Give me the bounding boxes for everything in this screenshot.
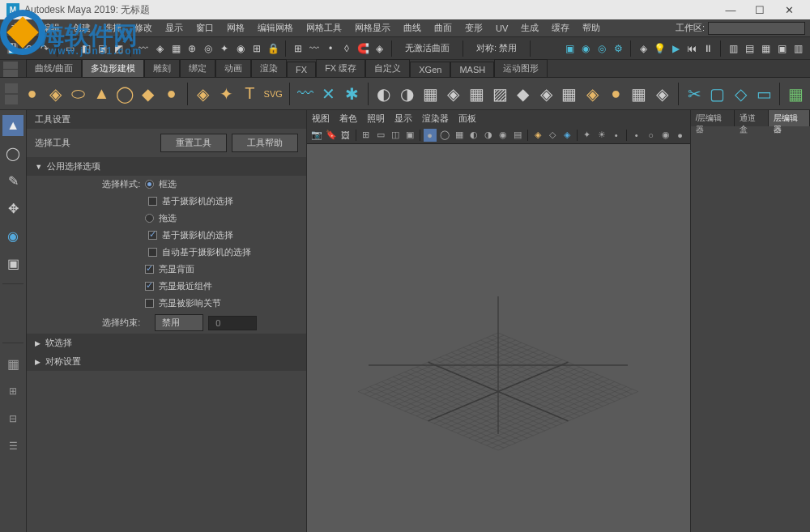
poly-torus-icon[interactable]: ◯	[116, 83, 134, 105]
rewind-icon[interactable]: ⏮	[684, 41, 699, 56]
vp-wire-icon[interactable]: ◯	[438, 129, 451, 142]
tab-rigging[interactable]: 绑定	[180, 59, 215, 77]
mask-lock-icon[interactable]: 🔒	[266, 41, 280, 56]
menu-cache[interactable]: 缓存	[545, 22, 576, 34]
vp-shaded-icon[interactable]: ●	[424, 129, 437, 142]
panel-toggle5-icon[interactable]: ▥	[791, 41, 805, 56]
poly-cylinder-icon[interactable]: ⬭	[70, 83, 88, 105]
undo-icon[interactable]: ↶	[21, 41, 36, 56]
layout-out-icon[interactable]: ⊟	[2, 408, 23, 429]
render-view-icon[interactable]: ▣	[562, 41, 577, 56]
auto-cam-check[interactable]	[148, 248, 157, 257]
vp-grid-icon[interactable]: ⊞	[360, 129, 373, 142]
menu-uv[interactable]: UV	[489, 23, 514, 33]
tab-fx-caching[interactable]: FX 缓存	[316, 59, 365, 77]
boolean-icon[interactable]: ◈	[444, 83, 463, 105]
fill-hole-icon[interactable]: ●	[607, 83, 625, 105]
shelf-edit-icon[interactable]	[5, 83, 18, 93]
collapse-icon[interactable]: ◈	[653, 83, 671, 105]
panel-toggle4-icon[interactable]: ▣	[774, 41, 789, 56]
tab-fx[interactable]: FX	[287, 62, 316, 77]
vp-menu-renderer[interactable]: 渲染器	[422, 113, 449, 125]
menu-edit[interactable]: 编辑	[36, 22, 66, 34]
reduce-icon[interactable]: ▦	[467, 83, 486, 105]
vp-light-icon[interactable]: ◐	[467, 129, 480, 142]
menu-select[interactable]: 选择	[97, 22, 128, 34]
vp-menu-view[interactable]: 视图	[312, 113, 330, 125]
svg-icon[interactable]: SVG	[264, 83, 283, 105]
menu-mesh[interactable]: 网格	[220, 22, 251, 34]
shelf-menu2-icon[interactable]	[3, 70, 18, 77]
platonic-icon[interactable]: ◈	[194, 83, 213, 105]
tab-curves-surfaces[interactable]: 曲线/曲面	[26, 59, 82, 77]
menu-display[interactable]: 显示	[159, 22, 190, 34]
workspace-selector[interactable]	[708, 22, 805, 35]
select-mode3-icon[interactable]: ▣	[95, 41, 109, 56]
vp-image-icon[interactable]: 🖼	[339, 129, 352, 142]
vp-ao-icon[interactable]: ◉	[497, 129, 509, 142]
vp-dot1-icon[interactable]: •	[630, 129, 643, 142]
mask-poly-icon[interactable]: ▦	[168, 41, 183, 56]
menu-mesh-display[interactable]: 网格显示	[348, 22, 397, 34]
vp-isolate-icon[interactable]: ◈	[531, 129, 544, 142]
drag-cam-check[interactable]	[148, 231, 157, 240]
target-weld-icon[interactable]: ▢	[708, 83, 727, 105]
vp-camera-icon[interactable]: 📷	[310, 129, 323, 142]
tab-sculpting[interactable]: 雕刻	[144, 59, 180, 77]
sweep-icon[interactable]: 〰	[296, 83, 315, 105]
menu-file[interactable]: 文件	[5, 22, 36, 34]
snap-live-icon[interactable]: 🧲	[356, 41, 370, 56]
menu-help[interactable]: 帮助	[576, 22, 607, 34]
select-mode4-icon[interactable]: ◩	[111, 41, 126, 56]
marquee-radio[interactable]	[145, 180, 154, 189]
tab-layer-editor[interactable]: 层编辑器	[769, 110, 810, 126]
close-button[interactable]: ✕	[774, 0, 804, 19]
mirror-icon[interactable]: ◆	[514, 83, 532, 105]
tool-help-button[interactable]: 工具帮助	[232, 134, 298, 152]
type-icon[interactable]: T	[241, 83, 259, 105]
move-tool[interactable]: ✥	[2, 198, 23, 219]
uv-editor-icon[interactable]: ▦	[787, 83, 805, 105]
vp-exp-icon[interactable]: ✦	[581, 129, 594, 142]
remesh-icon[interactable]: ▨	[491, 83, 509, 105]
vp-gamma-icon[interactable]: ☀	[595, 129, 608, 142]
mask-surface-icon[interactable]: ◈	[152, 41, 167, 56]
multicut-icon[interactable]: ✂	[685, 83, 704, 105]
render-settings-icon[interactable]: ⚙	[611, 41, 625, 56]
vp-res-icon[interactable]: ▣	[403, 129, 416, 142]
viewport-3d[interactable]	[307, 144, 690, 532]
constraint-select[interactable]: 禁用	[155, 314, 203, 331]
save-icon[interactable]: 💾	[5, 41, 19, 56]
menu-mesh-tools[interactable]: 网格工具	[300, 22, 348, 34]
common-section-header[interactable]: ▼ 公用选择选项	[27, 157, 305, 176]
mask-joint-icon[interactable]: ⊕	[185, 41, 199, 56]
mask-curve-icon[interactable]: 〰	[136, 41, 151, 56]
insert-edge-icon[interactable]: ▭	[755, 83, 774, 105]
combine-icon[interactable]: ◐	[374, 83, 393, 105]
tab-layer-editor-a[interactable]: /层编辑器	[691, 110, 735, 126]
play-icon[interactable]: ▶	[668, 41, 683, 56]
mask-render-icon[interactable]: ◉	[233, 41, 248, 56]
mask-misc-icon[interactable]: ⊞	[249, 41, 264, 56]
menu-deform[interactable]: 变形	[458, 22, 489, 34]
vp-dot4-icon[interactable]: ●	[674, 129, 687, 142]
affected-check[interactable]	[145, 299, 154, 308]
layout-list-icon[interactable]: ☰	[2, 436, 23, 457]
snap-view-icon[interactable]: ◈	[372, 41, 386, 56]
marquee-cam-check[interactable]	[148, 197, 157, 206]
panel-toggle1-icon[interactable]: ▥	[726, 41, 740, 56]
tab-xgen[interactable]: XGen	[410, 62, 450, 77]
layout-four-icon[interactable]: ⊞	[2, 381, 23, 402]
star-icon[interactable]: ✦	[217, 83, 236, 105]
menu-generate[interactable]: 生成	[514, 22, 545, 34]
snap-plane-icon[interactable]: ◊	[339, 41, 354, 56]
poly-cube-icon[interactable]: ◈	[46, 83, 65, 105]
poly-cone-icon[interactable]: ▲	[92, 83, 111, 105]
separate-icon[interactable]: ◑	[398, 83, 416, 105]
shelf-trash-icon[interactable]	[5, 95, 18, 104]
paint-select-tool[interactable]: ✎	[2, 170, 23, 191]
poly-sphere-icon[interactable]: ●	[23, 83, 41, 105]
vp-motion-icon[interactable]: ▤	[511, 129, 524, 142]
lasso-tool[interactable]: ◯	[2, 143, 23, 164]
menu-windows[interactable]: 窗口	[190, 22, 220, 34]
